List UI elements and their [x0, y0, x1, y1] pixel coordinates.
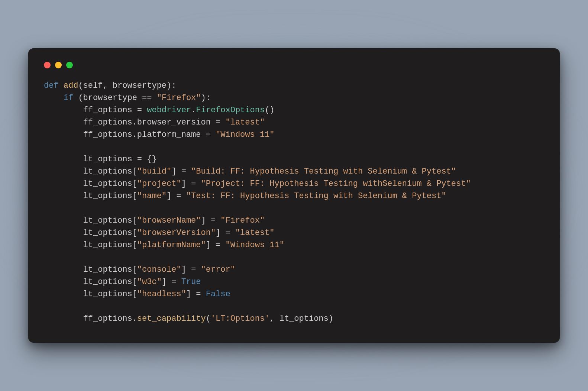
zoom-icon[interactable] [66, 62, 73, 68]
space [230, 228, 235, 237]
dict-access: lt_options[ [83, 179, 137, 188]
op-eq: == [142, 93, 152, 103]
window-controls [44, 62, 544, 68]
indent [44, 179, 83, 188]
string-lt-options: 'LT:Options' [211, 314, 269, 323]
op-assign: = [137, 155, 142, 164]
space [220, 240, 225, 250]
indent [44, 167, 83, 176]
bracket: ] [181, 265, 191, 274]
indent [44, 93, 64, 103]
close-icon[interactable] [44, 62, 51, 68]
key-build: "build" [137, 167, 171, 176]
indent [44, 265, 83, 274]
space [186, 167, 191, 176]
op-assign: = [216, 118, 220, 127]
method-set-capability: set_capability [137, 314, 206, 323]
op-assign: = [191, 265, 196, 274]
bool-false: False [206, 290, 230, 299]
space [181, 191, 186, 201]
indent [44, 106, 83, 115]
class-firefoxoptions: FirefoxOptions [196, 106, 265, 115]
dict-access: lt_options[ [83, 167, 137, 176]
op-assign: = [191, 179, 196, 188]
op-assign: = [211, 216, 216, 225]
attr-browser-version: ff_options.browser_version [83, 118, 216, 127]
dict-access: lt_options[ [83, 228, 137, 237]
key-headless: "headless" [137, 290, 186, 299]
bracket: ] [162, 277, 171, 287]
code-window: def add(self, browsertype): if (browsert… [28, 48, 560, 343]
string-name: "Test: FF: Hypothesis Testing with Selen… [186, 191, 446, 201]
module-webdriver: webdriver [147, 106, 191, 115]
key-browserversion: "browserVersion" [137, 228, 216, 237]
op-assign: = [132, 106, 147, 115]
bracket: ] [181, 179, 191, 188]
args-close: , lt_options) [269, 314, 333, 323]
dict-access: lt_options[ [83, 290, 137, 299]
string-windows11: "Windows 11" [226, 240, 284, 250]
bracket: ] [186, 290, 196, 299]
string-latest: "latest" [235, 228, 275, 237]
func-add: add [64, 81, 78, 90]
op-assign: = [176, 191, 181, 201]
key-console: "console" [137, 265, 181, 274]
params: (self, browsertype): [78, 81, 176, 90]
attr-platform-name: ff_options.platform_name [83, 130, 206, 139]
key-project: "project" [137, 179, 181, 188]
op-assign: = [206, 130, 211, 139]
indent [44, 118, 83, 127]
dict-access: lt_options[ [83, 191, 137, 201]
bool-true: True [181, 277, 201, 287]
indent [44, 240, 83, 250]
dict-access: lt_options[ [83, 240, 137, 250]
space [196, 179, 201, 188]
space [211, 130, 216, 139]
empty-dict: {} [142, 155, 157, 164]
paren-open: ( [206, 314, 211, 323]
indent [44, 216, 83, 225]
indent [44, 290, 83, 299]
space [216, 216, 220, 225]
indent [44, 130, 83, 139]
bracket: ] [206, 240, 216, 250]
space [201, 290, 206, 299]
space [152, 93, 156, 103]
minimize-icon[interactable] [55, 62, 62, 68]
string-error: "error" [201, 265, 235, 274]
key-platformname: "platformName" [137, 240, 206, 250]
indent [44, 277, 83, 287]
string-firefox: "Firefox" [220, 216, 265, 225]
bracket: ] [201, 216, 211, 225]
var-ff-options: ff_options [83, 106, 132, 115]
keyword-def: def [44, 81, 59, 90]
op-assign: = [226, 228, 230, 237]
space [176, 277, 181, 287]
space [196, 265, 201, 274]
space [220, 118, 225, 127]
expr: (browsertype [73, 93, 142, 103]
key-w3c: "w3c" [137, 277, 162, 287]
key-browsername: "browserName" [137, 216, 201, 225]
string-latest: "latest" [226, 118, 265, 127]
string-build: "Build: FF: Hypothesis Testing with Sele… [191, 167, 456, 176]
keyword-if: if [64, 93, 73, 103]
window-glow-wrapper: def add(self, browsertype): if (browsert… [6, 26, 582, 365]
dot: . [191, 106, 196, 115]
code-block: def add(self, browsertype): if (browsert… [44, 80, 544, 325]
dict-access: lt_options[ [83, 265, 137, 274]
obj-ff-options: ff_options. [83, 314, 137, 323]
parens: () [265, 106, 274, 115]
op-assign: = [216, 240, 220, 250]
indent [44, 155, 83, 164]
paren-close: ): [201, 93, 211, 103]
string-windows11: "Windows 11" [216, 130, 274, 139]
indent [44, 191, 83, 201]
op-assign: = [181, 167, 186, 176]
string-firefox: "Firefox" [157, 93, 201, 103]
key-name: "name" [137, 191, 167, 201]
bracket: ] [216, 228, 225, 237]
bracket: ] [171, 167, 181, 176]
dict-access: lt_options[ [83, 277, 137, 287]
op-assign: = [196, 290, 201, 299]
